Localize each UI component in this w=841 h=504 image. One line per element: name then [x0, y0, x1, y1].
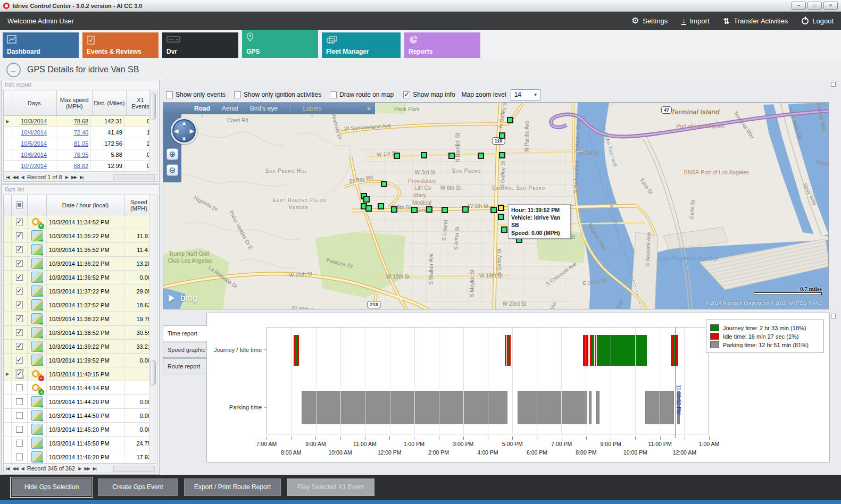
- checkbox-cell[interactable]: [12, 354, 28, 367]
- row-checkbox[interactable]: [16, 426, 23, 433]
- gps-row[interactable]: 10/3/2014 11:34:52 PM: [4, 215, 157, 229]
- checkbox-cell[interactable]: [12, 381, 28, 394]
- map-marker[interactable]: [507, 117, 513, 123]
- table-row[interactable]: 10/5/201481.05172.562: [4, 138, 157, 149]
- checkbox-cell[interactable]: [12, 271, 28, 284]
- map-marker[interactable]: [499, 132, 505, 139]
- pager-fastprev-button[interactable]: ◀◀: [12, 466, 18, 471]
- max-speed-link[interactable]: 72.40: [74, 129, 89, 136]
- map-mode-birdseye[interactable]: Bird's eye: [250, 105, 278, 112]
- hide-gps-selection-button[interactable]: Hide Gps Selection: [12, 478, 91, 496]
- gps-row[interactable]: 10/3/2014 11:45:20 PM0.00: [4, 423, 157, 436]
- days-cell[interactable]: 10/6/2014: [12, 149, 56, 160]
- gps-row[interactable]: 10/3/2014 11:44:50 PM0.00: [4, 409, 157, 423]
- max-speed-cell[interactable]: 76.95: [56, 149, 91, 160]
- pager-fastprev-button[interactable]: ◀◀: [12, 175, 18, 180]
- pager-fastnext-button[interactable]: ▶▶: [84, 466, 89, 471]
- max-speed-cell[interactable]: 72.40: [56, 127, 91, 138]
- map-marker[interactable]: [442, 207, 448, 213]
- row-checkbox[interactable]: [16, 274, 23, 281]
- date-link[interactable]: 10/4/2014: [21, 129, 47, 136]
- map-mode-road[interactable]: Road: [194, 105, 210, 112]
- play-selected-x1-event-button[interactable]: Play Selected X1 Event: [287, 478, 374, 496]
- chart-panel-maximize-icon[interactable]: [831, 314, 836, 318]
- max-speed-cell[interactable]: 81.05: [56, 138, 91, 149]
- map-mode-labels[interactable]: Labels: [303, 105, 321, 112]
- gps-row[interactable]: 10/3/2014 11:45:50 PM24.75: [4, 436, 157, 450]
- days-cell[interactable]: 10/4/2014: [12, 127, 56, 138]
- maximize-button[interactable]: □: [807, 2, 822, 10]
- checkbox-cell[interactable]: [12, 284, 28, 298]
- select-all-checkbox-cell[interactable]: [12, 195, 28, 215]
- days-cell[interactable]: 10/5/2014: [12, 138, 56, 149]
- table-row[interactable]: ▶10/3/201478.68142.310: [4, 116, 157, 127]
- gps-row[interactable]: 10/3/2014 11:36:22 PM13.28: [4, 257, 157, 271]
- gps-row[interactable]: 10/3/2014 11:44:14 PM: [4, 381, 157, 395]
- checkbox-icon[interactable]: [330, 91, 337, 98]
- export-print-route-report-button[interactable]: Export / Print Route Report: [184, 478, 281, 496]
- gps-row[interactable]: 10/3/2014 11:36:52 PM0.00: [4, 271, 157, 284]
- minimize-button[interactable]: –: [792, 2, 806, 10]
- checkbox-icon[interactable]: [234, 91, 241, 98]
- row-checkbox[interactable]: [16, 412, 23, 419]
- map-zoom-dropdown[interactable]: 14: [511, 89, 540, 100]
- row-checkbox[interactable]: [16, 384, 23, 391]
- gps-row[interactable]: 10/3/2014 11:39:22 PM33.21: [4, 340, 157, 354]
- col-date-hour[interactable]: Date / hour (local): [47, 195, 124, 215]
- days-cell[interactable]: 10/3/2014: [12, 116, 56, 127]
- show-map-info-checkbox[interactable]: Show map info: [403, 91, 455, 98]
- days-cell[interactable]: 10/7/2014: [12, 161, 56, 171]
- map-marker[interactable]: [462, 206, 469, 213]
- gps-row[interactable]: 10/3/2014 11:37:52 PM18.63: [4, 298, 157, 312]
- select-all-checkbox[interactable]: [16, 201, 23, 208]
- checkbox-cell[interactable]: [12, 423, 28, 436]
- row-checkbox[interactable]: [16, 343, 23, 350]
- row-checkbox[interactable]: [16, 260, 23, 267]
- checkbox-cell[interactable]: [12, 326, 28, 339]
- tab-speed-graphic[interactable]: Speed graphic: [163, 342, 206, 358]
- map-marker[interactable]: [448, 153, 455, 159]
- date-link[interactable]: 10/5/2014: [21, 140, 47, 147]
- table-row[interactable]: 10/7/201468.6212.990: [4, 161, 157, 172]
- max-speed-link[interactable]: 76.95: [74, 152, 89, 158]
- scrollbar-thumb[interactable]: [151, 360, 156, 385]
- draw-route-checkbox[interactable]: Draw route on map: [330, 91, 394, 98]
- pager-prev-button[interactable]: ◀: [21, 175, 24, 180]
- col-days[interactable]: Days: [12, 90, 57, 115]
- table-row[interactable]: 10/6/201476.955.880: [4, 149, 157, 161]
- pager-fastnext-button[interactable]: ▶▶: [71, 175, 77, 180]
- close-button[interactable]: ×: [823, 2, 838, 10]
- checkbox-cell[interactable]: [12, 450, 28, 464]
- pager-next-button[interactable]: ▶: [78, 466, 81, 471]
- checkbox-cell[interactable]: [12, 298, 28, 312]
- info-scrollbar[interactable]: [149, 90, 157, 172]
- map-marker[interactable]: [490, 207, 497, 213]
- map-marker[interactable]: [421, 152, 427, 158]
- max-speed-link[interactable]: 78.68: [74, 118, 89, 124]
- gps-scrollbar[interactable]: [149, 195, 157, 463]
- checkbox-icon[interactable]: [166, 91, 173, 98]
- pager-first-button[interactable]: |◀: [6, 466, 9, 471]
- map-marker[interactable]: [478, 153, 484, 159]
- map-marker[interactable]: [381, 181, 387, 187]
- gps-row[interactable]: 10/3/2014 11:35:52 PM11.47: [4, 243, 157, 257]
- map-marker[interactable]: [394, 153, 400, 159]
- create-gps-event-button[interactable]: Create Gps Event: [98, 478, 178, 496]
- pager-last-button[interactable]: ▶|: [93, 466, 96, 471]
- map-marker[interactable]: [363, 196, 370, 203]
- tab-fleet-manager[interactable]: Fleet Manager: [322, 32, 401, 58]
- tab-time-report[interactable]: Time report: [163, 325, 207, 341]
- import-button[interactable]: ↓ Import: [681, 17, 709, 25]
- pan-south-icon[interactable]: ▼: [181, 136, 187, 142]
- checkbox-cell[interactable]: [12, 436, 28, 450]
- pager-first-button[interactable]: |◀: [6, 175, 9, 180]
- table-row[interactable]: 10/4/201472.4041.491: [4, 127, 157, 138]
- max-speed-link[interactable]: 81.05: [74, 140, 89, 147]
- col-max-speed[interactable]: Max speed (MPH): [57, 90, 93, 115]
- date-link[interactable]: 10/7/2014: [21, 163, 47, 169]
- checkbox-cell[interactable]: [12, 215, 28, 229]
- map-marker[interactable]: [391, 206, 397, 213]
- row-checkbox[interactable]: [16, 453, 23, 460]
- gps-row[interactable]: 10/3/2014 11:39:52 PM0.00: [4, 354, 157, 367]
- row-checkbox[interactable]: [16, 398, 23, 405]
